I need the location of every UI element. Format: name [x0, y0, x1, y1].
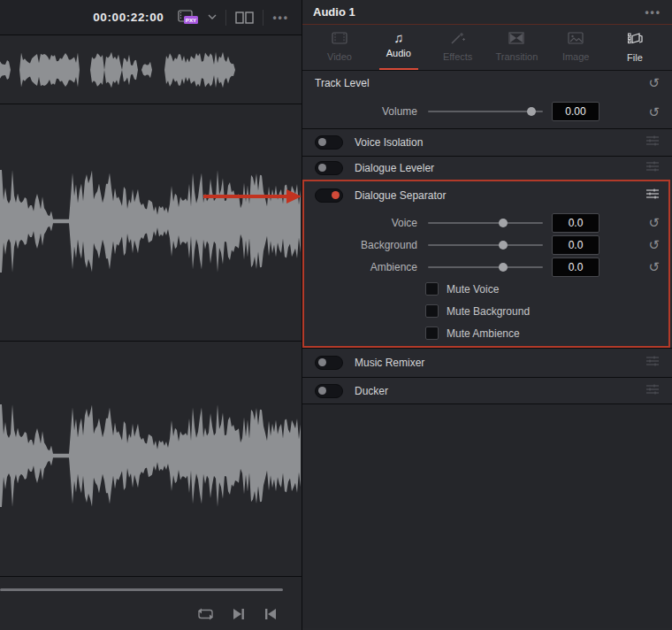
volume-slider[interactable] [428, 106, 543, 117]
image-icon [568, 32, 584, 48]
tab-video[interactable]: Video [311, 25, 368, 70]
track-level-header: Track Level ↺ [302, 71, 672, 95]
toolbar-divider [225, 10, 226, 26]
background-param-row: Background 0.0 ↺ [302, 234, 672, 256]
tab-transition[interactable]: Transition [488, 25, 545, 70]
music-note-icon: ♫ [393, 32, 403, 44]
timeline-pane: 00:00:22:00 PXY ••• [0, 0, 302, 630]
mute-background-label: Mute Background [447, 305, 530, 318]
voice-isolation-row: Voice Isolation [302, 129, 672, 156]
dialogue-separator-toggle[interactable] [315, 188, 343, 203]
voice-slider[interactable] [428, 218, 543, 228]
audio-track-2[interactable] [0, 342, 302, 577]
volume-value-field[interactable]: 0.00 [552, 102, 599, 121]
mute-background-row: Mute Background [302, 300, 672, 322]
proxy-label: PXY [186, 17, 197, 23]
reset-voice-icon[interactable]: ↺ [648, 216, 660, 229]
inspector-title: Audio 1 [313, 5, 645, 19]
dialogue-leveler-row: Dialogue Leveler [302, 157, 672, 180]
audio-track-1[interactable] [0, 104, 302, 342]
file-clip-icon [627, 32, 643, 49]
voice-label: Voice [315, 217, 417, 229]
track-level-title: Track Level [315, 77, 370, 89]
customize-sliders-icon[interactable] [645, 355, 660, 371]
dialogue-separator-label: Dialogue Separator [355, 189, 446, 202]
music-remixer-row: Music Remixer [302, 349, 672, 377]
dialogue-leveler-toggle[interactable] [315, 161, 343, 175]
voice-isolation-toggle[interactable] [315, 135, 343, 150]
scrollbar-thumb[interactable] [0, 588, 283, 591]
waveform-compact [0, 45, 302, 95]
customize-sliders-icon[interactable] [645, 134, 660, 150]
background-label: Background [315, 239, 417, 251]
background-slider[interactable] [428, 240, 543, 250]
inspector-panel: Audio 1 ••• Video ♫ Audio [302, 0, 672, 630]
reset-background-icon[interactable]: ↺ [648, 238, 660, 251]
tab-audio[interactable]: ♫ Audio [370, 25, 427, 70]
mute-ambience-checkbox[interactable] [425, 327, 439, 340]
volume-label: Volume [315, 105, 417, 118]
mute-background-checkbox[interactable] [425, 304, 439, 318]
mute-ambience-row: Mute Ambience [302, 322, 672, 344]
customize-sliders-icon[interactable] [645, 160, 660, 176]
customize-sliders-icon[interactable] [645, 383, 660, 399]
toolbar-divider [263, 10, 263, 26]
dialogue-separator-row: Dialogue Separator [302, 180, 672, 211]
voice-value-field[interactable]: 0.0 [552, 213, 599, 233]
ambience-value-field[interactable]: 0.0 [552, 257, 599, 277]
magic-wand-icon [450, 32, 466, 48]
mute-voice-row: Mute Voice [302, 278, 672, 300]
tab-file[interactable]: File [607, 25, 663, 70]
ducker-row: Ducker [302, 378, 672, 403]
mute-voice-checkbox[interactable] [425, 282, 439, 296]
inspector-empty-area [302, 404, 672, 628]
ambience-label: Ambience [315, 261, 417, 273]
ambience-param-row: Ambience 0.0 ↺ [302, 256, 672, 278]
mute-ambience-label: Mute Ambience [447, 327, 520, 340]
inspector-header: Audio 1 ••• [302, 0, 672, 25]
annotation-arrow [202, 188, 302, 205]
video-icon [332, 32, 347, 48]
customize-sliders-icon[interactable] [645, 188, 660, 204]
viewer-toolbar: 00:00:22:00 PXY ••• [0, 0, 302, 35]
waveform-track-2 [0, 403, 302, 509]
proxy-badge-icon[interactable]: PXY [178, 10, 199, 25]
dual-viewer-icon[interactable] [235, 12, 254, 24]
transport-controls [0, 602, 302, 630]
viewer-options-icon[interactable]: ••• [272, 12, 289, 24]
loop-playback-icon[interactable] [196, 607, 214, 621]
reset-volume-icon[interactable]: ↺ [648, 105, 660, 119]
ducker-label: Ducker [355, 385, 388, 397]
waveform-track-1 [0, 168, 302, 274]
ducker-toggle[interactable] [315, 384, 343, 398]
tab-image[interactable]: Image [547, 25, 604, 70]
timecode-display: 00:00:22:00 [93, 11, 164, 24]
dialogue-separator-section: Dialogue Separator Voice 0.0 ↺ Backgroun… [302, 180, 672, 348]
ambience-slider[interactable] [428, 262, 543, 273]
reset-section-icon[interactable]: ↺ [648, 76, 660, 89]
davinci-audio-inspector-view: 00:00:22:00 PXY ••• [0, 0, 672, 630]
mute-voice-label: Mute Voice [447, 283, 499, 296]
volume-row: Volume 0.00 ↺ [302, 95, 672, 128]
transition-icon [508, 32, 524, 48]
reset-ambience-icon[interactable]: ↺ [648, 260, 660, 273]
tab-effects[interactable]: Effects [430, 25, 486, 70]
voice-isolation-label: Voice Isolation [355, 136, 423, 149]
timeline-scrollbar[interactable] [0, 587, 302, 594]
background-value-field[interactable]: 0.0 [552, 235, 599, 255]
inspector-tabbar: Video ♫ Audio Effects [302, 25, 672, 71]
music-remixer-toggle[interactable] [315, 356, 343, 370]
dialogue-leveler-label: Dialogue Leveler [355, 162, 434, 174]
previous-frame-icon[interactable] [262, 607, 279, 621]
music-remixer-label: Music Remixer [355, 357, 424, 369]
next-frame-icon[interactable] [230, 607, 248, 621]
inspector-options-icon[interactable]: ••• [645, 6, 661, 19]
chevron-down-icon[interactable] [208, 14, 217, 20]
voice-param-row: Voice 0.0 ↺ [302, 211, 672, 234]
audio-track-compact[interactable] [0, 36, 302, 104]
